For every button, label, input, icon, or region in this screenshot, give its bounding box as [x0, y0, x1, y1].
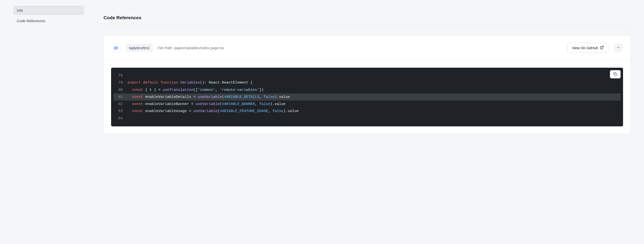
copy-button[interactable] [610, 70, 620, 78]
code-icon [111, 43, 121, 53]
code-line: 78 [114, 72, 620, 79]
line-number: 80 [114, 86, 128, 94]
line-number: 84 [114, 115, 128, 122]
repo-name: taplytics/ttroi [129, 46, 149, 50]
sidebar-item-label: Info [17, 8, 23, 12]
section-title: Code References [104, 0, 630, 26]
line-content: export default function Variables(): Rea… [128, 79, 252, 86]
copy-icon [613, 72, 617, 77]
code-lines: 7879export default function Variables():… [114, 72, 620, 122]
line-number: 81 [114, 94, 128, 100]
line-content: const { t } = useTranslation(['common', … [128, 86, 264, 94]
code-line: 80 const { t } = useTranslation(['common… [114, 86, 620, 94]
line-number: 82 [114, 100, 128, 108]
sidebar-item-code-references[interactable]: Code References [14, 16, 84, 26]
card-header: taplytics/ttroi File Path: pages/variabl… [104, 36, 630, 60]
view-on-github-button[interactable]: View On GitHub [567, 43, 608, 53]
code-line: 83 const enableVariableUsage = useVariab… [114, 108, 620, 115]
line-number: 83 [114, 108, 128, 115]
sidebar-item-label: Code References [17, 19, 45, 23]
code-line: 82 const enableVariableBanner = useVaria… [114, 100, 620, 108]
github-button-label: View On GitHub [572, 46, 598, 50]
layout: Info Code References Code References tap… [0, 0, 644, 244]
file-path: File Path: pages/variables/index.page.ts… [158, 46, 224, 50]
sidebar-item-info[interactable]: Info [14, 6, 84, 15]
code-line: 81 const enableVariableDetails = useVari… [114, 94, 620, 100]
code-area: 7879export default function Variables():… [104, 60, 630, 134]
code-line: 84 [114, 115, 620, 122]
repo-chip: taplytics/ttroi [126, 44, 153, 52]
collapse-button[interactable] [613, 43, 623, 53]
line-number: 79 [114, 79, 128, 86]
svg-rect-3 [615, 74, 617, 76]
minus-icon [616, 46, 620, 50]
code-block: 7879export default function Variables():… [111, 68, 623, 126]
external-link-icon [600, 46, 604, 50]
line-content: const enableVariableDetails = useVariabl… [128, 94, 290, 100]
svg-line-1 [602, 46, 603, 48]
main-content: Code References taplytics/ttroi File Pat… [98, 0, 644, 244]
line-content: const enableVariableBanner = useVariable… [128, 100, 286, 108]
code-line: 79export default function Variables(): R… [114, 79, 620, 86]
sidebar: Info Code References [0, 0, 98, 244]
code-reference-card: taplytics/ttroi File Path: pages/variabl… [104, 35, 630, 134]
line-content: const enableVariableUsage = useVariable(… [128, 108, 298, 115]
svg-line-0 [116, 46, 116, 50]
line-number: 78 [114, 72, 128, 79]
